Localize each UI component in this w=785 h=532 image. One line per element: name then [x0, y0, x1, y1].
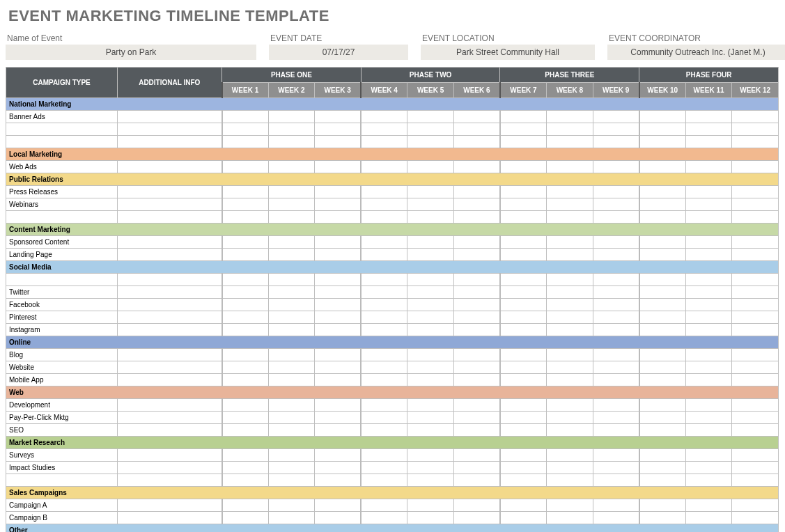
- row-additional[interactable]: [118, 349, 222, 361]
- row-additional[interactable]: [118, 374, 222, 386]
- cell-week-12[interactable]: [732, 274, 779, 286]
- cell-week-10[interactable]: [639, 349, 686, 361]
- cell-week-5[interactable]: [407, 499, 454, 512]
- cell-week-1[interactable]: [222, 462, 269, 474]
- cell-week-7[interactable]: [500, 449, 547, 462]
- cell-week-3[interactable]: [315, 424, 362, 437]
- row-additional[interactable]: [118, 161, 222, 173]
- cell-week-11[interactable]: [685, 449, 732, 462]
- cell-week-6[interactable]: [453, 374, 500, 386]
- cell-week-9[interactable]: [593, 236, 639, 249]
- cell-week-1[interactable]: [222, 449, 269, 462]
- cell-week-7[interactable]: [500, 374, 547, 386]
- cell-week-9[interactable]: [593, 299, 639, 311]
- cell-week-12[interactable]: [732, 412, 779, 424]
- row-additional[interactable]: [118, 274, 222, 286]
- cell-week-6[interactable]: [453, 311, 500, 324]
- cell-week-6[interactable]: [453, 324, 500, 336]
- cell-week-3[interactable]: [315, 499, 362, 512]
- cell-week-1[interactable]: [222, 349, 269, 361]
- cell-week-10[interactable]: [639, 499, 686, 512]
- cell-week-9[interactable]: [593, 161, 639, 173]
- cell-week-2[interactable]: [268, 349, 315, 361]
- row-additional[interactable]: [118, 286, 222, 299]
- cell-week-11[interactable]: [685, 186, 732, 198]
- cell-week-10[interactable]: [639, 198, 686, 211]
- cell-week-9[interactable]: [593, 198, 639, 211]
- cell-week-9[interactable]: [593, 274, 639, 286]
- cell-week-1[interactable]: [222, 111, 269, 123]
- cell-week-12[interactable]: [732, 111, 779, 123]
- cell-week-8[interactable]: [547, 198, 593, 211]
- cell-week-3[interactable]: [315, 412, 362, 424]
- cell-week-9[interactable]: [593, 462, 639, 474]
- cell-week-1[interactable]: [222, 198, 269, 211]
- cell-week-8[interactable]: [547, 374, 593, 386]
- cell-week-8[interactable]: [547, 123, 593, 136]
- cell-week-9[interactable]: [593, 324, 639, 336]
- cell-week-11[interactable]: [685, 399, 732, 412]
- info-date-value[interactable]: 07/17/27: [269, 45, 408, 60]
- cell-week-7[interactable]: [500, 123, 547, 136]
- cell-week-1[interactable]: [222, 512, 269, 524]
- cell-week-8[interactable]: [547, 499, 593, 512]
- cell-week-10[interactable]: [639, 311, 686, 324]
- cell-week-4[interactable]: [361, 499, 407, 512]
- cell-week-3[interactable]: [315, 462, 362, 474]
- cell-week-8[interactable]: [547, 249, 593, 261]
- cell-week-8[interactable]: [547, 299, 593, 311]
- cell-week-6[interactable]: [453, 361, 500, 374]
- cell-week-11[interactable]: [685, 274, 732, 286]
- cell-week-10[interactable]: [639, 274, 686, 286]
- cell-week-5[interactable]: [407, 449, 454, 462]
- cell-week-10[interactable]: [639, 286, 686, 299]
- cell-week-6[interactable]: [453, 286, 500, 299]
- cell-week-4[interactable]: [361, 249, 407, 261]
- cell-week-5[interactable]: [407, 274, 454, 286]
- cell-week-2[interactable]: [268, 299, 315, 311]
- cell-week-2[interactable]: [268, 374, 315, 386]
- cell-week-12[interactable]: [732, 286, 779, 299]
- row-additional[interactable]: [118, 399, 222, 412]
- cell-week-7[interactable]: [500, 161, 547, 173]
- cell-week-6[interactable]: [453, 236, 500, 249]
- cell-week-8[interactable]: [547, 274, 593, 286]
- cell-week-3[interactable]: [315, 186, 362, 198]
- cell-week-4[interactable]: [361, 286, 407, 299]
- cell-week-9[interactable]: [593, 424, 639, 437]
- row-additional[interactable]: [118, 111, 222, 123]
- cell-week-2[interactable]: [268, 449, 315, 462]
- cell-week-3[interactable]: [315, 449, 362, 462]
- cell-week-5[interactable]: [407, 299, 454, 311]
- cell-week-6[interactable]: [453, 198, 500, 211]
- cell-week-3[interactable]: [315, 399, 362, 412]
- cell-week-4[interactable]: [361, 299, 407, 311]
- cell-week-4[interactable]: [361, 274, 407, 286]
- cell-week-5[interactable]: [407, 249, 454, 261]
- cell-week-1[interactable]: [222, 186, 269, 198]
- row-additional[interactable]: [118, 311, 222, 324]
- cell-week-7[interactable]: [500, 412, 547, 424]
- cell-week-1[interactable]: [222, 236, 269, 249]
- cell-week-9[interactable]: [593, 286, 639, 299]
- cell-week-7[interactable]: [500, 198, 547, 211]
- cell-week-2[interactable]: [268, 286, 315, 299]
- cell-week-6[interactable]: [453, 161, 500, 173]
- cell-week-2[interactable]: [268, 512, 315, 524]
- cell-week-6[interactable]: [453, 186, 500, 198]
- cell-week-10[interactable]: [639, 462, 686, 474]
- cell-week-10[interactable]: [639, 111, 686, 123]
- cell-week-11[interactable]: [685, 311, 732, 324]
- cell-week-9[interactable]: [593, 349, 639, 361]
- cell-week-10[interactable]: [639, 399, 686, 412]
- cell-week-8[interactable]: [547, 424, 593, 437]
- cell-week-8[interactable]: [547, 161, 593, 173]
- cell-week-3[interactable]: [315, 123, 362, 136]
- cell-week-1[interactable]: [222, 274, 269, 286]
- cell-week-4[interactable]: [361, 349, 407, 361]
- cell-week-8[interactable]: [547, 399, 593, 412]
- cell-week-4[interactable]: [361, 198, 407, 211]
- cell-week-2[interactable]: [268, 186, 315, 198]
- cell-week-2[interactable]: [268, 274, 315, 286]
- row-additional[interactable]: [118, 412, 222, 424]
